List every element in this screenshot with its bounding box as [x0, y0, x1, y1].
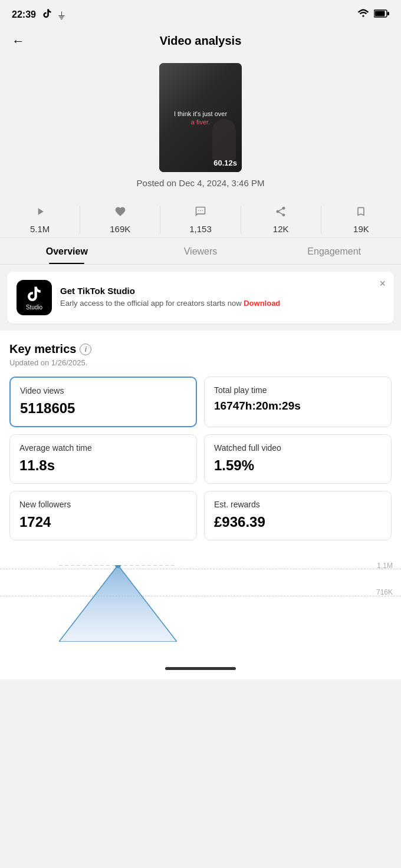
- stats-row: 5.1M 169K 1,153 12K 19K: [0, 197, 401, 238]
- tab-engagement[interactable]: Engagement: [267, 238, 401, 264]
- metric-card-watched-full: Watched full video 1.59%: [204, 434, 392, 484]
- info-icon[interactable]: i: [80, 344, 91, 355]
- metrics-section: Key metrics i Updated on 1/26/2025. Vide…: [0, 331, 401, 556]
- close-icon[interactable]: ×: [379, 278, 386, 290]
- svg-rect-1: [375, 11, 385, 16]
- banner-logo-label: Studio: [26, 304, 42, 311]
- svg-point-4: [200, 210, 201, 212]
- banner-title: Get TikTok Studio: [60, 286, 384, 296]
- metric-value-watched-full: 1.59%: [214, 457, 382, 474]
- svg-point-5: [202, 210, 203, 212]
- metric-card-video-views: Video views 5118605: [9, 377, 197, 427]
- svg-point-3: [198, 210, 199, 212]
- video-posted-date: Posted on Dec 4, 2024, 3:46 PM: [137, 178, 265, 188]
- home-indicator: [165, 667, 236, 670]
- comment-icon: [195, 206, 206, 220]
- banner-description: Early access to the official app for cre…: [60, 298, 384, 309]
- stat-shares-value: 12K: [273, 224, 289, 234]
- back-button[interactable]: ←: [12, 34, 25, 49]
- play-icon: [34, 206, 46, 220]
- metric-card-est-rewards: Est. rewards £936.39: [204, 491, 392, 540]
- stat-bookmarks-value: 19K: [353, 224, 369, 234]
- metric-value-video-views: 5118605: [20, 400, 186, 417]
- video-overlay-text: I think it's just overa fiver.: [167, 109, 234, 126]
- tab-overview[interactable]: Overview: [0, 238, 134, 264]
- tiktok-status-icon: [42, 8, 52, 22]
- stat-likes: 169K: [80, 206, 160, 234]
- stat-comments-value: 1,153: [189, 224, 212, 234]
- metric-label-est-rewards: Est. rewards: [214, 500, 382, 509]
- svg-rect-2: [387, 12, 389, 15]
- metric-card-new-followers: New followers 1724: [9, 491, 197, 540]
- metric-value-new-followers: 1724: [19, 514, 187, 530]
- tiktok-studio-banner: Studio Get TikTok Studio Early access to…: [7, 272, 394, 324]
- stat-shares: 12K: [241, 206, 321, 234]
- banner-download-link[interactable]: Download: [244, 299, 280, 308]
- usb-icon: ⏚: [58, 9, 65, 21]
- banner-text: Get TikTok Studio Early access to the of…: [60, 286, 384, 309]
- wifi-icon: [357, 9, 369, 21]
- metric-label-avg-watch-time: Average watch time: [19, 443, 187, 453]
- chart-label-top: 1.1M: [377, 562, 393, 570]
- tab-viewers[interactable]: Viewers: [134, 238, 268, 264]
- header: ← Video analysis: [0, 28, 401, 57]
- stat-comments: 1,153: [160, 206, 241, 234]
- metrics-title: Key metrics: [9, 342, 76, 356]
- video-duration: 60.12s: [213, 159, 237, 167]
- metric-value-est-rewards: £936.39: [214, 514, 382, 530]
- tiktok-studio-logo: Studio: [17, 280, 52, 315]
- svg-marker-6: [59, 565, 177, 642]
- status-bar: 22:39 ⏚: [0, 0, 401, 28]
- video-thumb-inner: I think it's just overa fiver. 60.12s: [159, 63, 242, 172]
- heart-icon: [114, 206, 126, 220]
- metric-value-total-play-time: 16747h:20m:29s: [214, 400, 382, 412]
- metrics-updated: Updated on 1/26/2025.: [9, 358, 392, 367]
- stat-views-value: 5.1M: [30, 224, 50, 234]
- metric-card-avg-watch-time: Average watch time 11.8s: [9, 434, 197, 484]
- status-left: 22:39 ⏚: [12, 8, 65, 22]
- metrics-header: Key metrics i: [9, 342, 392, 356]
- metric-label-total-play-time: Total play time: [214, 385, 382, 395]
- tabs: Overview Viewers Engagement: [0, 238, 401, 265]
- status-right: [357, 9, 389, 21]
- video-thumbnail[interactable]: I think it's just overa fiver. 60.12s: [159, 63, 242, 172]
- bookmark-icon: [355, 206, 367, 220]
- stat-views: 5.1M: [0, 206, 80, 234]
- metric-label-new-followers: New followers: [19, 500, 187, 509]
- metric-card-total-play-time: Total play time 16747h:20m:29s: [204, 377, 392, 427]
- chart-label-mid: 716K: [376, 588, 393, 596]
- battery-icon: [374, 9, 389, 20]
- chart-area: 1.1M 716K: [0, 556, 401, 662]
- metric-label-video-views: Video views: [20, 386, 186, 395]
- metric-label-watched-full: Watched full video: [214, 443, 382, 453]
- stat-likes-value: 169K: [110, 224, 130, 234]
- chart-triangle: [59, 565, 177, 644]
- share-icon: [275, 206, 287, 220]
- page-title: Video analysis: [160, 34, 242, 48]
- stat-bookmarks: 19K: [321, 206, 401, 234]
- status-time: 22:39: [12, 9, 36, 20]
- metric-value-avg-watch-time: 11.8s: [19, 457, 187, 474]
- video-section: I think it's just overa fiver. 60.12s Po…: [0, 57, 401, 197]
- metrics-grid: Video views 5118605 Total play time 1674…: [9, 377, 392, 550]
